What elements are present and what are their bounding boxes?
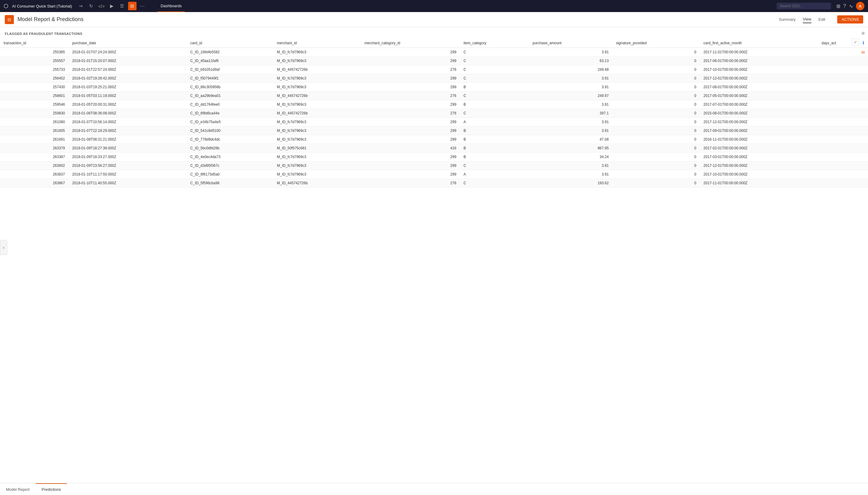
table-row[interactable]: 2638672018-01-10T11:40:55.000ZC_ID_5f596…: [0, 179, 868, 188]
expand-icon[interactable]: ⊕: [859, 30, 867, 37]
col-header-purchase-amount[interactable]: purchase_amount: [529, 38, 612, 48]
table-cell: C_ID_6f8d6ca44e: [186, 109, 273, 118]
table-row[interactable]: 2633792018-01-09T18:27:38.000ZC_ID_5bc0d…: [0, 144, 868, 153]
table-row[interactable]: 2564522018-01-02T19:28:42.000ZC_ID_f5079…: [0, 74, 868, 83]
nav-icon-code[interactable]: </>: [97, 2, 106, 10]
nav-icon-redirect[interactable]: ⇒: [77, 2, 85, 10]
table-cell: B: [460, 135, 529, 144]
section-header: FLAGGED AS FRAUDULENT TRANSACTIONS: [0, 32, 868, 38]
table-cell: C_ID_541c8d5100: [186, 126, 273, 135]
nav-link-edit[interactable]: Edit: [819, 16, 825, 23]
table-cell: 259830: [0, 109, 68, 118]
nav-link-view[interactable]: View: [803, 16, 811, 23]
table-cell: 263867: [0, 179, 68, 188]
avatar[interactable]: A: [856, 2, 864, 10]
table-row[interactable]: 2557332018-01-01T22:57:24.000ZC_ID_b9105…: [0, 65, 868, 74]
table-cell: 3.91: [529, 126, 612, 135]
table-cell: 0: [612, 144, 700, 153]
table-row[interactable]: 2595462018-01-05T20:00:31.000ZC_ID_dd176…: [0, 100, 868, 109]
col-header-card-id[interactable]: card_id: [186, 38, 273, 48]
app-title: AI Consumer Quick Start (Tutorial): [12, 4, 72, 8]
table-cell: 3.91: [529, 118, 612, 126]
table-row[interactable]: 2555572018-01-01T15:20:07.000ZC_ID_40aa1…: [0, 57, 868, 65]
table-cell: 2018-01-07T10:56:14.000Z: [68, 118, 186, 126]
header-nav-links: Summary View Edit ACTIONS: [779, 15, 863, 23]
table-row[interactable]: 2616912018-01-08T08:31:21.000ZC_ID_778d9…: [0, 135, 868, 144]
table-expand-button[interactable]: ⤢: [852, 38, 859, 46]
col-header-merchant-id[interactable]: merchant_id: [273, 38, 361, 48]
nav-icon-dashboard[interactable]: ⊟: [128, 2, 136, 10]
table-cell: 3.91: [529, 100, 612, 109]
table-cell: B: [460, 126, 529, 135]
actions-button[interactable]: ACTIONS: [837, 15, 863, 23]
table-cell: 255733: [0, 65, 68, 74]
table-cell: 299: [361, 57, 460, 65]
col-header-purchase-date[interactable]: purchase_date: [68, 38, 186, 48]
table-cell: 0: [612, 83, 700, 91]
table-row[interactable]: 2553852018-01-01T07:24:24.000ZC_ID_16fd4…: [0, 48, 868, 57]
nav-icon-play[interactable]: ▶: [108, 2, 116, 10]
table-cell: C: [460, 74, 529, 83]
col-header-item-category[interactable]: item_category: [460, 38, 529, 48]
table-row[interactable]: 2598302018-01-06T08:36:08.000ZC_ID_6f8d6…: [0, 109, 868, 118]
message-icon[interactable]: ✉: [859, 49, 867, 56]
table-cell: 2018-01-01T15:20:07.000Z: [68, 57, 186, 65]
table-cell: C_ID_aa29b9ea01: [186, 91, 273, 100]
table-row[interactable]: 2636022018-01-09T23:56:27.000ZC_ID_d3d95…: [0, 161, 868, 170]
table-row[interactable]: 2638372018-01-10T11:17:50.000ZC_ID_8f617…: [0, 170, 868, 179]
right-panel: ⊕ ℹ ✉: [858, 27, 868, 58]
table-cell: 0: [612, 170, 700, 179]
table-cell: 2017-11-01T00:00:00.000Z: [700, 179, 818, 188]
table-cell: C_ID_88c305958b: [186, 83, 273, 91]
fraud-transactions-table: transaction_id purchase_date card_id mer…: [0, 38, 868, 188]
table-cell: C: [460, 57, 529, 65]
nav-link-summary[interactable]: Summary: [779, 16, 796, 23]
table-cell: 261080: [0, 118, 68, 126]
col-header-merchant-category-id[interactable]: merchant_category_id: [361, 38, 460, 48]
table-cell: C_ID_e34b75a4e5: [186, 118, 273, 126]
table-cell: C_ID_16fd4b5582: [186, 48, 273, 57]
col-header-transaction-id[interactable]: transaction_id: [0, 38, 68, 48]
info-icon[interactable]: ℹ: [859, 39, 867, 46]
help-icon[interactable]: ?: [843, 3, 846, 9]
table-cell: 255557: [0, 57, 68, 65]
table-cell: 2017-12-01T00:00:00.000Z: [700, 74, 818, 83]
nav-icon-refresh[interactable]: ↻: [87, 2, 96, 10]
table-cell: 258601: [0, 91, 68, 100]
table-row[interactable]: 2574302018-01-03T19:25:21.000ZC_ID_88c30…: [0, 83, 868, 91]
table-cell: 2018-01-09T18:33:27.000Z: [68, 153, 186, 161]
search-input[interactable]: [777, 3, 831, 9]
table-row[interactable]: 2610802018-01-07T10:56:14.000ZC_ID_e34b7…: [0, 118, 868, 126]
table-cell: 2017-08-01T00:00:00.000Z: [700, 83, 818, 91]
table-cell: 0: [612, 179, 700, 188]
nav-icon-more[interactable]: ⋯: [138, 2, 147, 10]
trend-icon[interactable]: ∿: [849, 3, 853, 9]
table-row[interactable]: 2616052018-01-07T22:18:29.000ZC_ID_541c8…: [0, 126, 868, 135]
table-cell: C: [460, 48, 529, 57]
data-table-wrapper: ⤢ transaction_id purchase_date card_id m…: [0, 38, 868, 188]
table-cell: 2018-01-01T22:57:24.000Z: [68, 65, 186, 74]
table-cell: 2017-11-01T00:00:00.000Z: [700, 48, 818, 57]
table-cell: 263602: [0, 161, 68, 170]
table-row[interactable]: 2586012018-01-05T03:11:19.000ZC_ID_aa29b…: [0, 91, 868, 100]
table-cell: 2017-10-01T00:00:00.000Z: [700, 170, 818, 179]
col-header-card-first-active-month[interactable]: card_first_active_month: [700, 38, 818, 48]
table-cell: 263387: [0, 153, 68, 161]
table-cell: 255385: [0, 48, 68, 57]
dashboards-nav-label[interactable]: Dashboards: [158, 0, 185, 12]
table-cell: [818, 83, 868, 91]
table-cell: 193.62: [529, 179, 612, 188]
col-header-signature-provided[interactable]: signature_provided: [612, 38, 700, 48]
table-cell: 2017-07-01T00:00:00.000Z: [700, 100, 818, 109]
table-cell: [818, 161, 868, 170]
table-cell: [818, 170, 868, 179]
table-row[interactable]: 2633872018-01-09T18:33:27.000ZC_ID_4e0ec…: [0, 153, 868, 161]
content-area: FLAGGED AS FRAUDULENT TRANSACTIONS ⤢ tra…: [0, 27, 868, 188]
nav-icon-deploy[interactable]: ☰: [118, 2, 126, 10]
table-cell: 2018-01-08T08:31:21.000Z: [68, 135, 186, 144]
table-cell: M_ID_445742726b: [273, 65, 361, 74]
table-cell: 299: [361, 170, 460, 179]
table-cell: [818, 118, 868, 126]
grid-icon[interactable]: ⊞: [836, 3, 840, 9]
table-cell: 0: [612, 161, 700, 170]
